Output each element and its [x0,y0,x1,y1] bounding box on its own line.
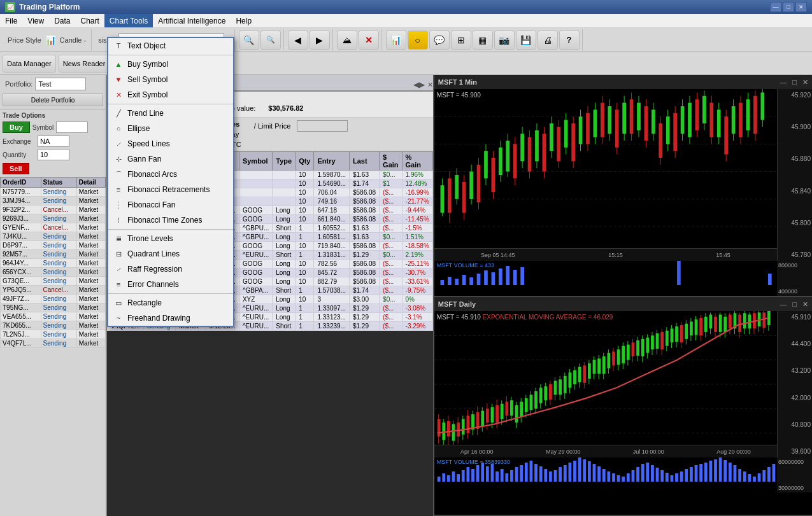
menu-view[interactable]: View [22,14,49,27]
menu-item-trend-line[interactable]: ╱ Trend Line [108,106,233,121]
menu-chart[interactable]: Chart [76,14,104,27]
cell-last: $586.08 [349,197,379,206]
cell-qty: 1 [296,304,314,313]
close-btn[interactable]: ✕ [795,2,807,12]
menu-item-fibonacci-time-zones[interactable]: ⁞ Fibonacci Time Zones [108,213,233,228]
svg-rect-282 [553,470,557,482]
quantity-input[interactable] [38,149,69,160]
menu-item-fibonacci-retracements[interactable]: ≡ Fibonacci Retracements [108,182,233,197]
menu-item-tirone-levels[interactable]: ≣ Tirone Levels [108,231,233,246]
chart2-volume: MSFT VOLUME = 35839330 [434,457,812,492]
menu-chart-tools[interactable]: Chart Tools [104,14,153,27]
indicator-btn[interactable]: ○ [408,31,428,50]
menu-item-exit-symbol[interactable]: ✕ Exit Symbol [108,87,233,102]
menu-item-fibonacci-arcs[interactable]: ⌒ Fibonacci Arcs [108,167,233,182]
app-icon: 📈 [5,2,15,12]
chart2-price-5: 40.800 [779,421,811,428]
menu-ai[interactable]: Artificial Intelligence [153,14,231,27]
comment-btn[interactable]: 💬 [429,31,450,50]
svg-rect-297 [627,473,630,482]
candle-label: Candle - [57,36,89,44]
header-symbol: Symbol [239,152,272,171]
cell-detail: Market [76,277,105,286]
menu-item-quadrant-lines[interactable]: ⊟ Quadrant Lines [108,246,233,261]
cell-gain-p: -1.5% [402,224,432,233]
symbol-input[interactable] [56,122,88,133]
menu-item-error-channels[interactable]: ≡ Error Channels [108,277,233,292]
cell-orderid: D6P97... [1,241,41,250]
grid2-btn[interactable]: ▦ [473,31,493,50]
menu-item-text-object[interactable]: T Text Object [108,38,233,53]
menu-help[interactable]: Help [231,14,257,27]
svg-rect-101 [462,275,466,285]
menu-item-ellipse[interactable]: ○ Ellipse [108,121,233,136]
menu-item-gann-fan[interactable]: ⊹ Gann Fan [108,151,233,167]
menu-item-speed-lines[interactable]: ⟋ Speed Lines [108,136,233,151]
minimize-btn[interactable]: — [770,2,781,12]
cell-qty: 1 [296,251,314,260]
chart1-maximize-icon[interactable]: □ [792,78,797,86]
svg-rect-138 [486,408,489,422]
cell-status: Sending [41,312,76,321]
svg-rect-296 [622,477,625,482]
chart1-vol-price-1: 800000 [778,262,811,268]
cell-symbol: GOOG [239,260,272,268]
svg-rect-287 [578,457,581,482]
delete-portfolio-btn[interactable]: Delete Portfolio [3,94,103,106]
zoom-out-btn[interactable]: 🔍 [260,31,281,50]
menu-item-buy-symbol[interactable]: ▲ Buy Symbol [108,57,233,72]
cell-gain-d: $1 [380,179,402,188]
print-btn[interactable]: 🖨 [538,31,558,50]
portfolio-input[interactable] [35,78,86,90]
menu-file[interactable]: File [0,14,22,27]
chart1-title: MSFT 1 Min [438,78,477,86]
camera-btn[interactable]: 📷 [494,31,515,50]
help-btn[interactable]: ? [559,31,580,50]
limit-price-input[interactable] [297,120,348,132]
zoom-in-btn[interactable]: 🔍 [239,31,259,50]
sell-button[interactable]: Sell [3,163,29,174]
chart2-ema-label: EXPONENTIAL MOVING AVERAGE = 46.029 [483,314,613,321]
chart2-minimize-icon[interactable]: — [780,300,787,308]
maximize-btn[interactable]: □ [783,2,794,12]
save-btn[interactable]: 💾 [516,31,536,50]
grid-btn[interactable]: ⊞ [451,31,471,50]
bar-chart-btn[interactable]: 📊 [386,31,406,50]
chart2-maximize-icon[interactable]: □ [792,300,797,308]
mountain-btn[interactable]: ⛰ [337,31,357,50]
buy-button[interactable]: Buy [3,122,30,133]
crosshair-btn[interactable]: ✕ [359,31,379,50]
chart2-title: MSFT Daily [438,300,476,308]
scroll-right-btn[interactable]: ▶ [310,31,330,50]
cell-orderid: 3JMJ94... [1,197,41,206]
chart2-inner: MSFT = 45.910 EXPONENTIAL MOVING AVERAGE… [434,311,812,457]
chart1-minimize-icon[interactable]: — [780,78,787,86]
svg-rect-312 [699,464,702,482]
chart2-close-icon[interactable]: ✕ [802,300,808,308]
chart1-price-2: 45.900 [779,123,811,130]
svg-rect-315 [714,459,717,482]
col-orderid: OrderID [1,178,41,188]
menu-data[interactable]: Data [49,14,75,27]
menu-item-freehand-drawing[interactable]: ~ Freehand Drawing [108,310,233,326]
trade-options-title: Trade Options [3,112,103,119]
menu-item-rectangle[interactable]: ▭ Rectangle [108,295,233,310]
cell-gain-d: ($... [380,313,402,322]
exchange-input[interactable] [38,136,69,147]
scroll-left-btn[interactable]: ◀ [288,31,308,50]
tab-close-all-icon[interactable]: ✕ [427,81,433,89]
svg-rect-306 [670,475,673,482]
news-reader-btn[interactable]: News Reader [59,55,110,73]
menu-item-sell-symbol[interactable]: ▼ Sell Symbol [108,72,233,87]
tab-scroll-icon[interactable]: ◀▶ [413,80,425,89]
left-order-row: T95NG... Sending Market [1,303,106,312]
chart1-svg [434,89,777,261]
menu-item-raff-regression[interactable]: ⟋ Raff Regression [108,261,233,277]
cell-status: Sending [41,268,76,277]
svg-rect-275 [520,465,523,482]
cell-qty: 10 [296,295,314,304]
menu-item-fibonacci-fan[interactable]: ⋱ Fibonacci Fan [108,197,233,213]
cell-type: Long [273,268,296,277]
chart1-close-icon[interactable]: ✕ [802,78,808,86]
data-manager-btn[interactable]: Data Manager [3,55,56,73]
